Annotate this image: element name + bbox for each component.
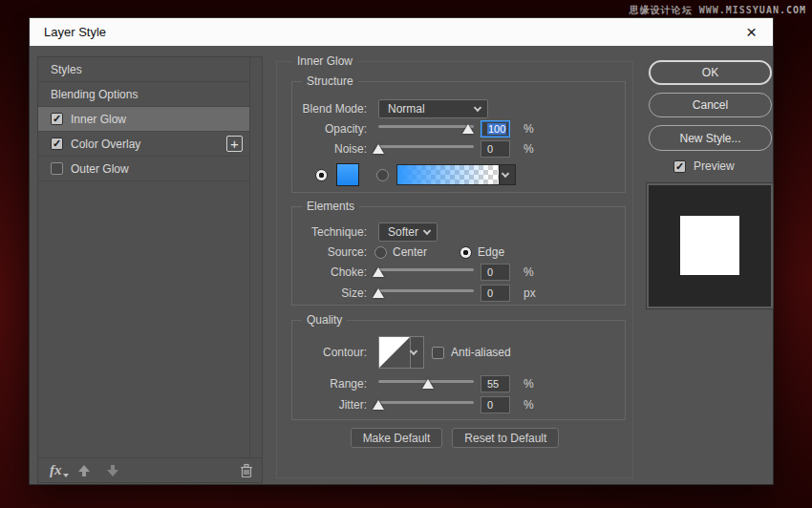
- elements-group: Elements Technique: Softer Source: Cen: [291, 206, 626, 306]
- noise-slider[interactable]: [378, 140, 474, 158]
- contour-dropdown[interactable]: [410, 337, 423, 368]
- outer-glow-checkbox[interactable]: [51, 162, 63, 175]
- chevron-down-icon: [474, 104, 481, 112]
- sidebar-item-label: Outer Glow: [71, 162, 129, 176]
- sidebar-item-label: Color Overlay: [71, 138, 140, 151]
- make-default-button[interactable]: Make Default: [351, 428, 443, 448]
- check-icon: ✓: [675, 161, 684, 172]
- delete-effect-icon[interactable]: [240, 463, 253, 481]
- solid-color-radio[interactable]: [315, 169, 328, 181]
- styles-list: Styles Blending Options ✓ Inner Glow ✓ C…: [38, 57, 262, 457]
- panel-title: Inner Glow: [292, 54, 357, 68]
- sidebar-item-label: Styles: [51, 63, 82, 76]
- size-input[interactable]: 0: [481, 285, 510, 302]
- watermark: 思缘设计论坛 WWW.MISSYUAN.COM: [630, 4, 806, 17]
- slider-thumb[interactable]: [373, 144, 384, 154]
- slider-thumb[interactable]: [422, 379, 434, 389]
- source-center-label: Center: [393, 245, 427, 259]
- sidebar-item-inner-glow[interactable]: ✓ Inner Glow: [38, 107, 262, 132]
- preview-swatch: [680, 216, 739, 275]
- slider-track: [378, 401, 474, 404]
- gradient-radio[interactable]: [376, 169, 389, 181]
- gradient-picker[interactable]: [396, 164, 516, 185]
- slider-thumb[interactable]: [373, 288, 384, 298]
- jitter-label: Jitter:: [292, 396, 373, 413]
- titlebar: Layer Style ×: [30, 18, 773, 46]
- blend-mode-select[interactable]: Normal: [378, 99, 488, 118]
- opacity-input[interactable]: 100: [481, 120, 510, 138]
- ok-button[interactable]: OK: [649, 60, 772, 85]
- technique-value: Softer: [388, 225, 418, 239]
- sidebar-item-color-overlay[interactable]: ✓ Color Overlay +: [38, 132, 262, 157]
- structure-group: Structure Blend Mode: Normal Opacity:: [291, 81, 626, 193]
- slider-thumb[interactable]: [373, 400, 384, 410]
- slider-track: [378, 125, 474, 128]
- sidebar-item-label: Blending Options: [51, 88, 138, 101]
- styles-sidebar: Styles Blending Options ✓ Inner Glow ✓ C…: [37, 56, 263, 483]
- sidebar-item-outer-glow[interactable]: Outer Glow: [38, 157, 262, 181]
- contour-thumbnail: [379, 337, 410, 368]
- preview-checkbox[interactable]: ✓: [673, 160, 686, 173]
- source-label: Source:: [292, 243, 373, 261]
- chevron-down-icon: [423, 227, 431, 235]
- inner-glow-checkbox[interactable]: ✓: [51, 113, 63, 125]
- opacity-label: Opacity:: [292, 120, 373, 138]
- chevron-down-icon: [502, 170, 509, 178]
- quality-legend: Quality: [302, 313, 347, 327]
- range-slider[interactable]: [378, 375, 474, 392]
- dialog-title: Layer Style: [30, 25, 106, 39]
- move-effect-down-icon[interactable]: [106, 464, 119, 477]
- contour-label: Contour:: [292, 335, 373, 370]
- new-style-button[interactable]: New Style...: [649, 125, 772, 151]
- range-input[interactable]: 55: [481, 375, 510, 392]
- style-preview-thumbnail: [647, 183, 773, 308]
- slider-thumb[interactable]: [373, 267, 384, 277]
- gradient-preview: [396, 164, 500, 185]
- noise-unit: %: [524, 142, 534, 156]
- choke-input[interactable]: 0: [481, 264, 510, 281]
- opacity-unit: %: [524, 122, 534, 136]
- source-edge-label: Edge: [478, 245, 504, 259]
- slider-track: [378, 145, 474, 148]
- layer-style-dialog: Layer Style × Styles Blending Options ✓ …: [29, 17, 774, 485]
- size-slider[interactable]: [378, 285, 474, 302]
- move-effect-up-icon[interactable]: [77, 464, 91, 477]
- inner-glow-panel: Inner Glow Structure Blend Mode: Normal …: [276, 61, 633, 478]
- choke-slider[interactable]: [378, 264, 474, 281]
- sidebar-scrollbar[interactable]: [249, 57, 262, 457]
- jitter-slider[interactable]: [378, 396, 474, 413]
- size-label: Size:: [292, 285, 373, 302]
- choke-label: Choke:: [292, 264, 373, 281]
- color-overlay-checkbox[interactable]: ✓: [51, 138, 63, 150]
- quality-group: Quality Contour: Anti-aliased: [291, 320, 626, 420]
- source-edge-radio[interactable]: [459, 246, 472, 259]
- elements-legend: Elements: [302, 200, 359, 213]
- cancel-button[interactable]: Cancel: [649, 93, 772, 117]
- sidebar-item-styles[interactable]: Styles: [38, 57, 262, 82]
- add-effect-instance-button[interactable]: +: [226, 136, 243, 152]
- close-icon[interactable]: ×: [730, 18, 773, 46]
- opacity-slider[interactable]: [378, 120, 474, 138]
- source-center-radio[interactable]: [374, 246, 387, 259]
- glow-color-swatch[interactable]: [336, 163, 359, 186]
- anti-aliased-checkbox[interactable]: [432, 347, 444, 359]
- check-icon: ✓: [53, 138, 61, 149]
- sidebar-toolbar: fx: [38, 457, 262, 482]
- structure-legend: Structure: [302, 74, 358, 88]
- technique-select[interactable]: Softer: [378, 222, 438, 242]
- preview-toggle: ✓ Preview: [673, 159, 735, 173]
- size-unit: px: [524, 286, 536, 300]
- gradient-dropdown[interactable]: [500, 164, 516, 185]
- choke-unit: %: [524, 265, 534, 279]
- technique-label: Technique:: [292, 222, 373, 242]
- reset-to-default-button[interactable]: Reset to Default: [452, 428, 559, 448]
- noise-input[interactable]: 0: [481, 140, 510, 158]
- dialog-body: Styles Blending Options ✓ Inner Glow ✓ C…: [30, 46, 773, 484]
- jitter-input[interactable]: 0: [481, 396, 510, 413]
- sidebar-item-blending-options[interactable]: Blending Options: [38, 82, 262, 107]
- slider-thumb[interactable]: [462, 124, 474, 134]
- fx-menu-button[interactable]: fx: [50, 462, 62, 478]
- check-icon: ✓: [53, 114, 61, 124]
- contour-picker[interactable]: [378, 336, 424, 369]
- blend-mode-label: Blend Mode:: [292, 99, 373, 118]
